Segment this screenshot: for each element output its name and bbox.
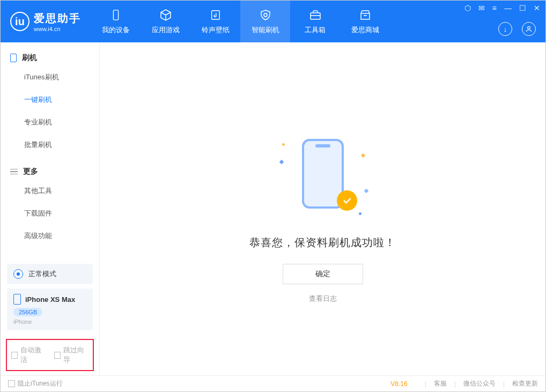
checkbox-icon <box>54 352 61 359</box>
close-button[interactable]: ✕ <box>534 4 540 12</box>
success-illustration <box>285 139 360 214</box>
checkbox-auto-activate[interactable]: 自动激活 <box>11 345 46 365</box>
music-icon <box>209 8 223 22</box>
sidebar-item-advanced[interactable]: 高级功能 <box>24 225 99 247</box>
download-icon[interactable]: ↓ <box>498 22 512 36</box>
feedback-icon[interactable]: ✉ <box>478 4 485 12</box>
nav-apps-games[interactable]: 应用游戏 <box>141 1 190 42</box>
user-icon[interactable] <box>522 22 536 36</box>
sidebar-item-batch-flash[interactable]: 批量刷机 <box>24 134 99 156</box>
footer-link-wechat[interactable]: 微信公众号 <box>463 379 496 388</box>
success-message: 恭喜您，保资料刷机成功啦！ <box>249 235 396 250</box>
mode-icon <box>13 269 23 279</box>
checkbox-skip-guide[interactable]: 跳过向导 <box>54 345 88 365</box>
window-controls: ⬡ ✉ ≡ — ☐ ✕ <box>464 4 540 12</box>
svg-rect-0 <box>113 10 118 20</box>
footer-link-update[interactable]: 检查更新 <box>512 379 538 388</box>
nav-my-device[interactable]: 我的设备 <box>91 1 141 42</box>
main-content: 恭喜您，保资料刷机成功啦！ 确定 查看日志 <box>100 42 545 375</box>
version-label: V8.16 <box>390 380 407 388</box>
logo-area: iu 爱思助手 www.i4.cn <box>1 1 91 42</box>
shirt-icon[interactable]: ⬡ <box>464 4 471 12</box>
phone-icon <box>10 54 17 62</box>
sparkle-icon <box>364 189 368 193</box>
checkbox-icon <box>8 380 15 387</box>
app-header: iu 爱思助手 www.i4.cn 我的设备 应用游戏 铃声壁纸 智能刷机 工具… <box>1 1 545 42</box>
nav-toolbox[interactable]: 工具箱 <box>290 1 340 42</box>
mode-label: 正常模式 <box>28 269 56 279</box>
sidebar-item-oneclick-flash[interactable]: 一键刷机 <box>24 88 99 111</box>
list-icon <box>10 169 18 175</box>
device-icon <box>109 8 123 22</box>
logo-title: 爱思助手 <box>34 11 81 26</box>
refresh-shield-icon <box>259 8 272 22</box>
cube-icon <box>159 8 173 22</box>
checkmark-badge-icon <box>337 190 357 211</box>
sidebar-section-more: 更多 <box>1 164 99 180</box>
device-mode-box[interactable]: 正常模式 <box>7 264 93 284</box>
ok-button[interactable]: 确定 <box>283 264 363 284</box>
view-log-link[interactable]: 查看日志 <box>309 294 337 304</box>
storage-badge: 256GB <box>13 308 42 316</box>
sidebar: 刷机 iTunes刷机 一键刷机 专业刷机 批量刷机 更多 其他工具 下载固件 … <box>1 42 100 375</box>
svg-rect-1 <box>211 11 219 20</box>
menu-icon[interactable]: ≡ <box>492 4 497 12</box>
main-nav: 我的设备 应用游戏 铃声壁纸 智能刷机 工具箱 爱思商城 <box>91 1 390 42</box>
svg-rect-2 <box>311 13 320 19</box>
maximize-button[interactable]: ☐ <box>519 4 526 12</box>
device-name: iPhone XS Max <box>25 295 75 304</box>
device-phone-icon <box>13 294 21 305</box>
checkbox-icon <box>11 352 18 359</box>
checkbox-block-itunes[interactable]: 阻止iTunes运行 <box>8 379 63 388</box>
svg-point-3 <box>528 26 530 29</box>
logo-icon: iu <box>10 12 29 31</box>
nav-store[interactable]: 爱思商城 <box>340 1 390 42</box>
status-bar: 阻止iTunes运行 V8.16 | 客服 | 微信公众号 | 检查更新 <box>1 375 545 391</box>
device-type: iPhone <box>13 319 86 325</box>
minimize-button[interactable]: — <box>504 4 512 12</box>
sidebar-item-itunes-flash[interactable]: iTunes刷机 <box>24 66 99 88</box>
dot-icon <box>359 212 361 215</box>
sparkle-icon <box>360 153 365 158</box>
toolbox-icon <box>308 8 322 22</box>
sidebar-item-download-firmware[interactable]: 下载固件 <box>24 202 99 225</box>
nav-ringtones[interactable]: 铃声壁纸 <box>190 1 240 42</box>
store-icon <box>358 8 372 22</box>
dot-icon <box>282 143 285 146</box>
sidebar-item-other-tools[interactable]: 其他工具 <box>24 180 99 202</box>
logo-subtitle: www.i4.cn <box>34 26 81 32</box>
highlighted-options: 自动激活 跳过向导 <box>6 339 94 371</box>
nav-smart-flash[interactable]: 智能刷机 <box>240 1 290 42</box>
sidebar-item-pro-flash[interactable]: 专业刷机 <box>24 111 99 134</box>
footer-link-service[interactable]: 客服 <box>434 379 447 388</box>
sparkle-icon <box>279 160 283 164</box>
device-card[interactable]: iPhone XS Max 256GB iPhone <box>7 289 93 330</box>
sidebar-section-flash: 刷机 <box>1 50 99 66</box>
